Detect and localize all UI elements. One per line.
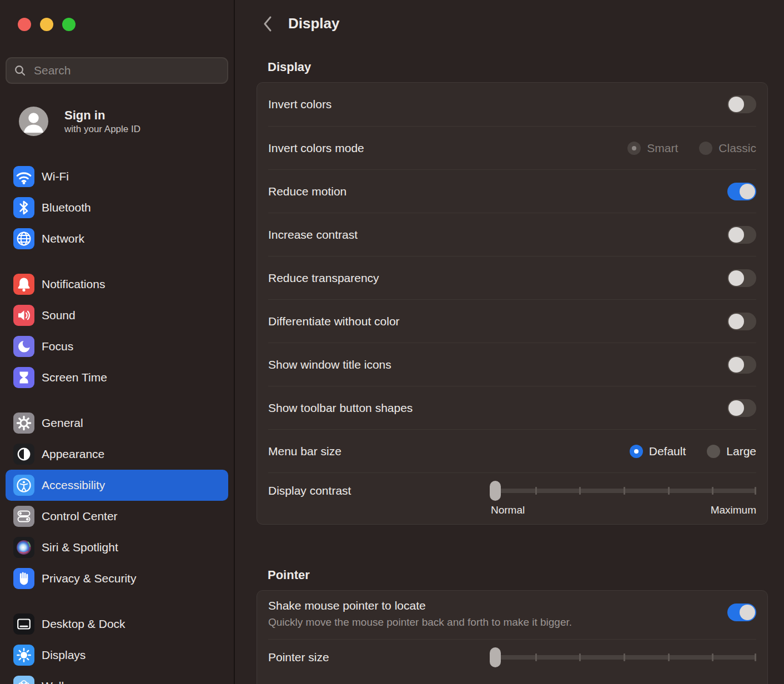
wifi-icon bbox=[13, 166, 34, 187]
sidebar-item-sound[interactable]: Sound bbox=[6, 300, 228, 331]
row-label-block: Invert colors bbox=[268, 98, 331, 111]
slider-handle[interactable] bbox=[490, 481, 501, 501]
sidebar-item-label: Network bbox=[42, 232, 84, 245]
sidebar-item-siri-spotlight[interactable]: Siri & Spotlight bbox=[6, 532, 228, 563]
back-button[interactable] bbox=[263, 16, 273, 32]
slider-track[interactable] bbox=[491, 489, 756, 493]
sidebar-nav: Wi-FiBluetoothNetworkNotificationsSoundF… bbox=[0, 161, 234, 684]
row-label-block: Differentiate without color bbox=[268, 315, 400, 328]
slider-handle[interactable] bbox=[490, 647, 501, 667]
row-label: Shake mouse pointer to locate bbox=[268, 599, 572, 612]
sidebar-item-focus[interactable]: Focus bbox=[6, 331, 228, 362]
sidebar-item-bluetooth[interactable]: Bluetooth bbox=[6, 192, 228, 223]
apple-id-signin[interactable]: Sign in with your Apple ID bbox=[19, 107, 234, 136]
row-label: Invert colors mode bbox=[268, 142, 364, 155]
row-label: Show window title icons bbox=[268, 358, 391, 371]
row-reduce-transparency: Reduce transparency bbox=[268, 256, 756, 299]
slider-tick bbox=[624, 653, 625, 661]
toggle-knob bbox=[728, 97, 744, 112]
slider-track-wrap bbox=[491, 481, 756, 501]
invert-colors-toggle[interactable] bbox=[727, 95, 756, 113]
sidebar-item-label: Sound bbox=[42, 309, 76, 322]
row-label: Menu bar size bbox=[268, 445, 341, 458]
minimize-button[interactable] bbox=[40, 18, 53, 31]
row-label-block: Reduce motion bbox=[268, 185, 346, 198]
row-invert-colors: Invert colors bbox=[268, 83, 756, 126]
default-radio-option[interactable]: Default bbox=[630, 445, 686, 458]
row-label: Invert colors bbox=[268, 98, 331, 111]
sidebar-item-general[interactable]: General bbox=[6, 408, 228, 439]
sidebar-group: Desktop & DockDisplaysWallpaper bbox=[0, 608, 234, 684]
sidebar-item-wi-fi[interactable]: Wi-Fi bbox=[6, 161, 228, 192]
row-subtitle: Quickly move the mouse pointer back and … bbox=[268, 616, 572, 628]
close-button[interactable] bbox=[18, 18, 31, 31]
row-label-block: Display contrast bbox=[268, 481, 351, 501]
differentiate-without-color-toggle[interactable] bbox=[727, 313, 756, 330]
desktop-dock-icon bbox=[13, 613, 34, 635]
moon-icon bbox=[13, 336, 34, 357]
row-reduce-motion: Reduce motion bbox=[268, 169, 756, 213]
settings-content: Display DisplayInvert colorsInvert color… bbox=[235, 0, 784, 684]
increase-contrast-toggle[interactable] bbox=[727, 226, 756, 244]
show-toolbar-button-shapes-toggle[interactable] bbox=[727, 399, 756, 417]
row-label: Differentiate without color bbox=[268, 315, 400, 328]
page-title: Display bbox=[288, 15, 340, 32]
settings-sections: DisplayInvert colorsInvert colors modeSm… bbox=[257, 60, 768, 684]
smart-radio-option[interactable]: Smart bbox=[627, 142, 678, 155]
classic-radio-option[interactable]: Classic bbox=[699, 142, 756, 155]
window-controls bbox=[0, 0, 234, 31]
accessibility-icon bbox=[13, 475, 34, 496]
show-window-title-icons-toggle[interactable] bbox=[727, 356, 756, 374]
sidebar-item-notifications[interactable]: Notifications bbox=[6, 269, 228, 300]
pointer-size-slider bbox=[491, 647, 756, 667]
search-input[interactable] bbox=[33, 63, 220, 78]
sidebar-item-network[interactable]: Network bbox=[6, 223, 228, 254]
sidebar-item-wallpaper[interactable]: Wallpaper bbox=[6, 671, 228, 684]
sidebar-item-label: Focus bbox=[42, 340, 73, 353]
sidebar-item-control-center[interactable]: Control Center bbox=[6, 501, 228, 532]
row-label: Reduce transparency bbox=[268, 271, 379, 285]
bluetooth-icon bbox=[13, 197, 34, 218]
sidebar-item-appearance[interactable]: Appearance bbox=[6, 439, 228, 470]
hand-icon bbox=[13, 568, 34, 589]
sidebar-item-desktop-dock[interactable]: Desktop & Dock bbox=[6, 608, 228, 640]
radio-option-label: Large bbox=[726, 445, 756, 458]
search-icon bbox=[13, 64, 27, 77]
slider-tick bbox=[755, 487, 756, 495]
signin-text-block: Sign in with your Apple ID bbox=[64, 108, 140, 135]
slider-tick bbox=[712, 487, 713, 495]
section-title: Pointer bbox=[268, 568, 768, 582]
reduce-motion-toggle[interactable] bbox=[727, 183, 756, 200]
toggle-knob bbox=[740, 184, 755, 199]
globe-icon bbox=[13, 228, 34, 249]
system-settings-window: Sign in with your Apple ID Wi-FiBluetoot… bbox=[0, 0, 784, 684]
row-shake-mouse-pointer-to-locate: Shake mouse pointer to locateQuickly mov… bbox=[268, 591, 756, 639]
search-field[interactable] bbox=[6, 57, 228, 84]
slider-track[interactable] bbox=[491, 655, 756, 660]
zoom-button[interactable] bbox=[62, 18, 76, 31]
settings-card: Shake mouse pointer to locateQuickly mov… bbox=[257, 590, 768, 684]
sidebar-item-screen-time[interactable]: Screen Time bbox=[6, 362, 228, 393]
row-label: Increase contrast bbox=[268, 228, 358, 242]
sidebar-item-label: Displays bbox=[42, 648, 86, 662]
large-radio-option[interactable]: Large bbox=[707, 445, 756, 458]
slider-min-label: Normal bbox=[491, 504, 525, 516]
appearance-icon bbox=[13, 444, 34, 465]
sidebar-item-displays[interactable]: Displays bbox=[6, 640, 228, 671]
signin-subtitle: with your Apple ID bbox=[64, 124, 140, 135]
row-label-block: Menu bar size bbox=[268, 445, 341, 458]
control-center-icon bbox=[13, 506, 34, 527]
display-contrast-slider: NormalMaximum bbox=[491, 481, 756, 516]
avatar bbox=[19, 107, 48, 136]
slider-tick bbox=[535, 653, 537, 661]
row-label: Display contrast bbox=[268, 481, 351, 501]
row-label-block: Invert colors mode bbox=[268, 142, 364, 155]
row-invert-colors-mode: Invert colors modeSmartClassic bbox=[268, 126, 756, 169]
shake-mouse-pointer-to-locate-toggle[interactable] bbox=[727, 603, 756, 621]
sidebar-item-privacy-security[interactable]: Privacy & Security bbox=[6, 563, 228, 594]
sidebar-item-label: Control Center bbox=[42, 510, 118, 523]
reduce-transparency-toggle[interactable] bbox=[727, 269, 756, 287]
radio-option-label: Default bbox=[649, 445, 686, 458]
sidebar-item-accessibility[interactable]: Accessibility bbox=[6, 470, 228, 501]
row-label: Pointer size bbox=[268, 647, 329, 667]
